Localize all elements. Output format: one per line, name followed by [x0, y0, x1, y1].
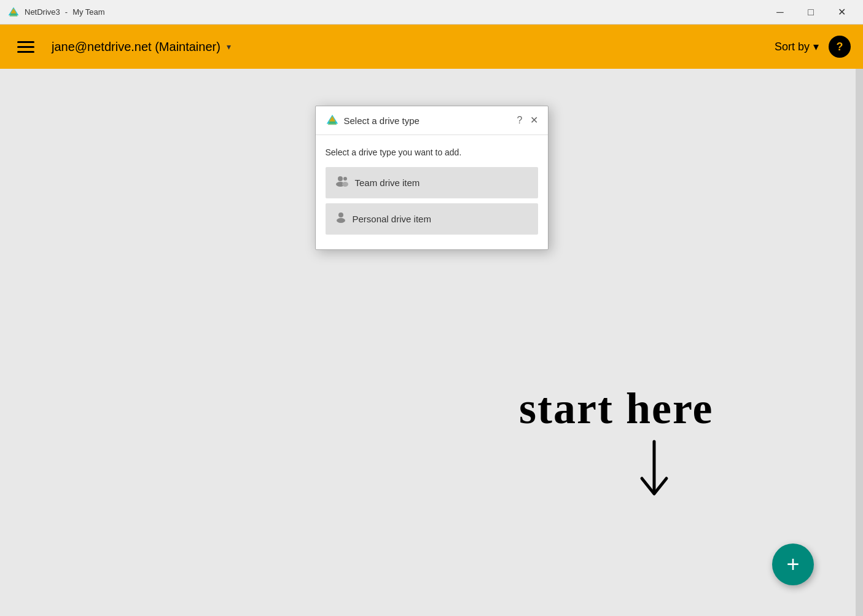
- dialog-logo-icon: [326, 114, 339, 127]
- dialog-header-controls: ? ✕: [517, 115, 538, 126]
- personal-drive-item-label: Personal drive item: [353, 214, 431, 224]
- toolbar: jane@netdrive.net (Maintainer) ▾ Sort by…: [0, 25, 863, 69]
- title-bar-title: NetDrive3 - My Team: [7, 6, 105, 18]
- hamburger-line-3: [17, 51, 34, 53]
- svg-point-11: [337, 218, 345, 223]
- hamburger-line-2: [17, 46, 34, 48]
- help-button[interactable]: ?: [829, 36, 851, 58]
- toolbar-right: Sort by ▾ ?: [775, 36, 851, 58]
- personal-drive-icon: [335, 212, 346, 226]
- close-button[interactable]: ✕: [827, 2, 856, 22]
- account-dropdown-arrow-icon: ▾: [227, 42, 231, 52]
- dialog-body: Select a drive type you want to add. Tea…: [316, 135, 548, 249]
- dialog-close-button[interactable]: ✕: [530, 115, 538, 125]
- window-title: My Team: [72, 7, 105, 17]
- dialog-header: Select a drive type ? ✕: [316, 106, 548, 135]
- minimize-button[interactable]: ─: [766, 2, 794, 22]
- window-controls: ─ □ ✕: [766, 2, 856, 22]
- app-name: NetDrive3: [25, 7, 60, 17]
- team-drive-item-label: Team drive item: [355, 177, 420, 188]
- sort-by-label: Sort by: [775, 41, 810, 53]
- dialog-title-area: Select a drive type: [326, 114, 420, 127]
- hamburger-menu-button[interactable]: [12, 36, 39, 58]
- sort-by-button[interactable]: Sort by ▾: [775, 40, 819, 53]
- main-content: Select a drive type ? ✕ Select a drive t…: [0, 69, 863, 616]
- sort-by-arrow-icon: ▾: [813, 40, 819, 53]
- title-separator: -: [65, 7, 68, 17]
- account-selector[interactable]: jane@netdrive.net (Maintainer) ▾: [52, 40, 231, 54]
- add-fab-button[interactable]: +: [772, 544, 814, 585]
- maximize-button[interactable]: □: [797, 2, 825, 22]
- svg-point-10: [338, 212, 343, 217]
- app-logo-icon: [7, 6, 20, 18]
- svg-point-6: [338, 176, 343, 181]
- dialog-title: Select a drive type: [344, 115, 420, 126]
- dialog-overlay: Select a drive type ? ✕ Select a drive t…: [0, 69, 863, 616]
- title-bar: NetDrive3 - My Team ─ □ ✕: [0, 0, 863, 25]
- personal-drive-item-button[interactable]: Personal drive item: [326, 203, 538, 235]
- toolbar-left: jane@netdrive.net (Maintainer) ▾: [12, 36, 231, 58]
- dialog-help-button[interactable]: ?: [517, 115, 523, 126]
- team-drive-item-button[interactable]: Team drive item: [326, 167, 538, 198]
- svg-point-7: [343, 177, 347, 181]
- account-email: jane@netdrive.net (Maintainer): [52, 40, 221, 54]
- hamburger-line-1: [17, 41, 34, 43]
- svg-point-9: [342, 182, 348, 187]
- select-drive-type-dialog: Select a drive type ? ✕ Select a drive t…: [315, 106, 549, 250]
- team-drive-icon: [335, 176, 349, 190]
- dialog-description: Select a drive type you want to add.: [326, 147, 538, 157]
